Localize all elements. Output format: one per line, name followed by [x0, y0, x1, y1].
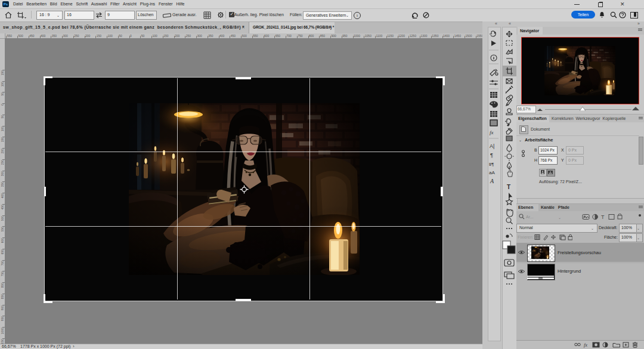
- svg-text:T: T: [601, 214, 605, 220]
- svg-text:¶: ¶: [490, 152, 493, 158]
- svg-text:fx: fx: [490, 129, 494, 135]
- svg-text:ʬ¶: ʬ¶: [489, 162, 494, 167]
- svg-text:A: A: [490, 178, 494, 184]
- svg-text:A|: A|: [490, 143, 494, 149]
- svg-text:aA: aA: [489, 170, 495, 175]
- svg-text:fx: fx: [584, 342, 587, 348]
- svg-text:T: T: [507, 184, 510, 190]
